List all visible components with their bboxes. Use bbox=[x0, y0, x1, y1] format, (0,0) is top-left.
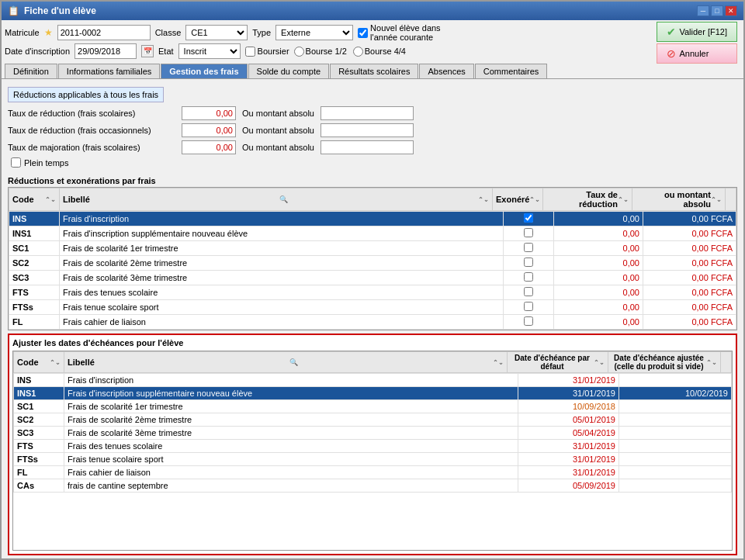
top-table-row[interactable]: FL Frais cahier de liaison 0,00 0,00 FCF… bbox=[9, 315, 736, 330]
top-table-row[interactable]: FTS Frais des tenues scolaire 0,00 0,00 … bbox=[9, 285, 736, 300]
th-montant[interactable]: ou montant absolu ⌃⌄ bbox=[632, 188, 726, 211]
ou-label-3: Ou montant absolu bbox=[242, 143, 314, 152]
exonere-checkbox[interactable] bbox=[524, 272, 533, 282]
montant-absolu-2-input[interactable] bbox=[321, 123, 414, 137]
cell-libelle: Frais d'inscription bbox=[60, 212, 504, 226]
th-bottom-code[interactable]: Code ⌃⌄ bbox=[14, 352, 64, 373]
taux-frais-occasionnels-input[interactable] bbox=[182, 123, 236, 137]
top-table-row[interactable]: SC1 Frais de scolarité 1er trimestre 0,0… bbox=[9, 241, 736, 256]
exonere-checkbox[interactable] bbox=[524, 213, 533, 223]
bourse-full-radio[interactable] bbox=[353, 47, 363, 57]
bourse-half-radio[interactable] bbox=[294, 47, 304, 57]
exonere-checkbox[interactable] bbox=[524, 316, 533, 326]
th-date-defaut[interactable]: Date d'échéance par défaut ⌃⌄ bbox=[508, 352, 608, 373]
classe-select[interactable]: CE1 bbox=[185, 25, 248, 40]
boursier-checkbox-label[interactable]: Boursier bbox=[245, 47, 289, 57]
cell-code: CAs bbox=[9, 330, 60, 330]
cell-date-ajustee[interactable] bbox=[619, 466, 732, 479]
bottom-table-data: INS Frais d'inscription 31/01/2019 INS1 … bbox=[13, 373, 732, 493]
type-select[interactable]: Externe bbox=[275, 25, 353, 40]
cell-exonere[interactable] bbox=[504, 256, 554, 271]
boursier-checkbox[interactable] bbox=[245, 47, 255, 57]
bottom-table-row[interactable]: SC2 Frais de scolarité 2ème trimestre 05… bbox=[14, 413, 732, 427]
top-table-row[interactable]: FTSs Frais tenue scolaire sport 0,00 0,0… bbox=[9, 300, 736, 315]
cell-date-ajustee[interactable]: 10/02/2019 bbox=[619, 387, 732, 400]
taux-frais-scolaires-input[interactable] bbox=[182, 106, 236, 120]
top-table-row[interactable]: INS1 Frais d'inscription supplémentaire … bbox=[9, 226, 736, 241]
bottom-table-head: Code ⌃⌄ Libellé 🔍 ⌃⌄ bbox=[14, 352, 732, 373]
bottom-table-row[interactable]: CAs frais de cantine septembre 05/09/201… bbox=[14, 479, 732, 493]
close-button[interactable]: ✕ bbox=[725, 5, 737, 16]
th-libelle[interactable]: Libellé 🔍 ⌃⌄ bbox=[60, 188, 493, 211]
bottom-table-row[interactable]: FL Frais cahier de liaison 31/01/2019 bbox=[14, 466, 732, 479]
bottom-table-row[interactable]: INS Frais d'inscription 31/01/2019 bbox=[14, 374, 732, 387]
cell-montant: 0,00 FCFA bbox=[643, 300, 736, 315]
maximize-button[interactable]: □ bbox=[711, 5, 723, 16]
annuler-button[interactable]: ⊘ Annuler bbox=[657, 43, 737, 64]
cell-exonere[interactable] bbox=[504, 330, 554, 330]
date-inscription-input[interactable] bbox=[74, 43, 137, 59]
exonere-checkbox[interactable] bbox=[524, 258, 533, 267]
ou-label-2: Ou montant absolu bbox=[242, 126, 314, 135]
cell-date-ajustee[interactable] bbox=[619, 453, 732, 466]
matricule-input[interactable] bbox=[57, 25, 151, 40]
bottom-table-row[interactable]: SC1 Frais de scolarité 1er trimestre 10/… bbox=[14, 400, 732, 413]
exonere-checkbox[interactable] bbox=[524, 287, 533, 296]
bourse-full-label[interactable]: Bourse 4/4 bbox=[353, 47, 406, 57]
taux-majoration-input[interactable] bbox=[182, 140, 236, 154]
cell-date-ajustee[interactable] bbox=[619, 400, 732, 413]
tab-definition[interactable]: Définition bbox=[5, 64, 57, 78]
plein-temps-checkbox[interactable] bbox=[11, 157, 21, 168]
cell-date-ajustee[interactable] bbox=[619, 440, 732, 453]
bottom-table-row[interactable]: FTS Frais des tenues scolaire 31/01/2019 bbox=[14, 440, 732, 453]
cell-exonere[interactable] bbox=[504, 271, 554, 285]
exonere-checkbox[interactable] bbox=[524, 243, 533, 252]
montant-absolu-3-input[interactable] bbox=[321, 140, 414, 154]
cell-date-ajustee[interactable] bbox=[619, 479, 732, 493]
cell-date-ajustee[interactable] bbox=[619, 374, 732, 387]
valider-button[interactable]: ✔ Valider [F12] bbox=[657, 22, 737, 42]
th-taux[interactable]: Taux de réduction ⌃⌄ bbox=[543, 188, 632, 211]
tab-informations-familiales[interactable]: Informations familiales bbox=[58, 64, 160, 78]
nouvel-eleve-label: Nouvel élève dans l'année courante bbox=[370, 23, 441, 42]
etat-select[interactable]: Inscrit bbox=[178, 43, 241, 59]
cell-exonere[interactable] bbox=[504, 241, 554, 256]
th-bottom-libelle[interactable]: Libellé 🔍 ⌃⌄ bbox=[64, 352, 508, 373]
top-table-row[interactable]: INS Frais d'inscription 0,00 0,00 FCFA bbox=[9, 212, 736, 226]
cell-taux: 0,00 bbox=[554, 241, 643, 256]
cell-date-ajustee[interactable] bbox=[619, 413, 732, 427]
tab-absences[interactable]: Absences bbox=[419, 64, 473, 78]
exonere-checkbox[interactable] bbox=[524, 228, 533, 237]
cell-exonere[interactable] bbox=[504, 300, 554, 315]
top-table-row[interactable]: SC3 Frais de scolarité 3ème trimestre 0,… bbox=[9, 271, 736, 285]
bottom-table-row[interactable]: INS1 Frais d'inscription supplémentaire … bbox=[14, 387, 732, 400]
top-table-body[interactable]: INS Frais d'inscription 0,00 0,00 FCFA I… bbox=[9, 211, 736, 330]
top-table-row[interactable]: CAs frais de cantine septembre 0,00 0,00… bbox=[9, 330, 736, 330]
cell-exonere[interactable] bbox=[504, 285, 554, 300]
cell-date-ajustee[interactable] bbox=[619, 427, 732, 440]
top-table-row[interactable]: SC2 Frais de scolarité 2ème trimestre 0,… bbox=[9, 256, 736, 271]
cell-bottom-libelle: Frais cahier de liaison bbox=[64, 466, 518, 479]
montant-absolu-1-input[interactable] bbox=[321, 106, 414, 120]
tab-resultats-scolaires[interactable]: Résultats scolaires bbox=[330, 64, 418, 78]
tab-solde-du-compte[interactable]: Solde du compte bbox=[248, 64, 330, 78]
bottom-table-row[interactable]: FTSs Frais tenue scolaire sport 31/01/20… bbox=[14, 453, 732, 466]
date-picker-button[interactable]: 📅 bbox=[141, 45, 154, 57]
th-scroll bbox=[726, 188, 736, 211]
tab-commentaires[interactable]: Commentaires bbox=[475, 64, 548, 78]
cell-exonere[interactable] bbox=[504, 212, 554, 226]
bottom-table-body[interactable]: INS Frais d'inscription 31/01/2019 INS1 … bbox=[13, 373, 732, 550]
form-row-1: Taux de réduction (frais scolaires) Ou m… bbox=[8, 105, 737, 122]
cell-exonere[interactable] bbox=[504, 315, 554, 330]
cell-exonere[interactable] bbox=[504, 226, 554, 241]
th-code[interactable]: Code ⌃⌄ bbox=[9, 188, 60, 211]
exonere-checkbox[interactable] bbox=[524, 302, 533, 311]
tab-gestion-des-frais[interactable]: Gestion des frais bbox=[161, 64, 247, 78]
nouvel-eleve-checkbox[interactable] bbox=[358, 28, 368, 38]
th-exonere[interactable]: Exonéré ⌃⌄ bbox=[493, 188, 543, 211]
bottom-table-row[interactable]: SC3 Frais de scolarité 3ème trimestre 05… bbox=[14, 427, 732, 440]
minimize-button[interactable]: ─ bbox=[697, 5, 709, 16]
nouvel-eleve-checkbox-label[interactable]: Nouvel élève dans l'année courante bbox=[358, 23, 441, 42]
bourse-half-label[interactable]: Bourse 1/2 bbox=[294, 47, 347, 57]
th-date-ajustee[interactable]: Date d'échéance ajustée (celle du produi… bbox=[608, 352, 721, 373]
